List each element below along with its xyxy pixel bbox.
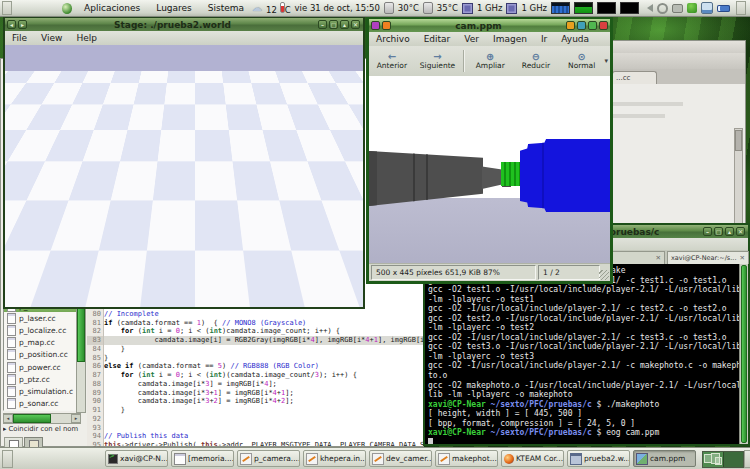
stage-window[interactable]: ◂ ▸ Stage: ./prueba2.world – ▢ ▴ ✕ File … [3, 16, 365, 309]
terminal-rollup-button[interactable]: ▴ [725, 227, 734, 236]
window-sticky-icon[interactable] [382, 21, 391, 30]
file-list-hscrollbar-thumb[interactable] [13, 414, 51, 423]
file-item[interactable]: p_position.cc [4, 349, 78, 361]
modem-tray-icon[interactable] [717, 5, 730, 12]
file-list[interactable]: p_ir.ccp_laser.ccp_localize.ccp_map.ccp_… [3, 299, 79, 411]
menu-sistema[interactable]: Sistema [200, 3, 252, 13]
cpu-freq-1[interactable]: 1 GHz [477, 3, 503, 13]
menu-lugares[interactable]: Lugares [148, 3, 200, 13]
image-viewer-window[interactable]: cam.ppm Archivo Editar Ver Imagen Ir Ayu… [366, 16, 613, 284]
menu-editar[interactable]: Editar [417, 33, 458, 45]
scroll-left-arrow-icon[interactable]: ◂ [3, 414, 13, 423]
volume-icon[interactable] [643, 4, 653, 12]
cpu-freq-2[interactable]: 1 GHz [521, 3, 547, 13]
menu-ir[interactable]: Ir [534, 33, 554, 45]
taskbar-button[interactable]: khepera.in... [303, 450, 366, 467]
file-item[interactable]: p_map.cc [4, 337, 78, 349]
taskbar-button[interactable]: KTEAM Cor... [501, 450, 564, 467]
ampliar-button[interactable]: ⊕Ampliar [467, 48, 513, 75]
menu-aplicaciones[interactable]: Aplicaciones [76, 3, 148, 13]
resize-grip[interactable] [599, 270, 609, 280]
taskbar-hide-button-right[interactable] [744, 450, 750, 468]
menu-help[interactable]: Help [69, 32, 104, 44]
anterior-button[interactable]: ←Anterior [369, 48, 415, 75]
terminal-maximize-button[interactable]: ▢ [714, 227, 723, 236]
viewer-rollup-button[interactable] [588, 21, 597, 30]
viewer-titlebar[interactable]: cam.ppm [369, 19, 610, 33]
stage-titlebar[interactable]: ◂ ▸ Stage: ./prueba2.world – ▢ ▴ ✕ [5, 18, 363, 32]
terminal-minimize-button[interactable]: – [703, 227, 712, 236]
image-canvas[interactable] [369, 76, 610, 264]
stage-window-menu-button[interactable]: ◂ [7, 20, 16, 29]
taskbar-hide-button[interactable] [2, 450, 13, 468]
workspace-1[interactable] [703, 452, 724, 467]
normal-button[interactable]: ⊙Normal [559, 48, 605, 75]
window-menu-icon[interactable] [371, 21, 380, 30]
siguiente-button[interactable]: →Siguiente [415, 48, 461, 75]
menu-ayuda[interactable]: Ayuda [554, 33, 596, 45]
menu-imagen[interactable]: Imagen [486, 33, 534, 45]
file-list-hscrollbar[interactable]: ◂ ▸ [3, 413, 81, 424]
sensor-temp-2[interactable]: 35°C [437, 3, 458, 13]
stage-maximize-button[interactable]: ▢ [329, 20, 338, 29]
panel-hide-button[interactable] [2, 1, 12, 15]
file-item[interactable]: p_simulation.c [4, 385, 78, 397]
stage-window-pin-button[interactable]: ▸ [18, 20, 27, 29]
firefox-scrollbar-thumb[interactable] [735, 130, 742, 151]
taskbar-button[interactable]: [memoria.... [171, 450, 234, 467]
menu-file[interactable]: File [5, 32, 34, 44]
file-list-vscrollbar[interactable] [76, 299, 86, 413]
terminal-scrollbar[interactable] [739, 264, 748, 444]
sensor-temp-1[interactable]: 30°C [398, 3, 419, 13]
file-item[interactable]: p_localize.cc [4, 324, 78, 336]
memory-monitor-applet[interactable] [574, 2, 593, 14]
menu-ver[interactable]: Ver [457, 33, 486, 45]
stage-3d-viewport[interactable]: 8 7 6 5 4 3 -4 -3 -2 -1 04m30,500s [0,89… [5, 45, 363, 307]
workspace-switcher[interactable] [702, 451, 744, 468]
taskbar-button[interactable]: p_camera.... [237, 450, 300, 467]
workspace-2[interactable] [724, 452, 744, 467]
distro-menu-icon[interactable] [62, 3, 72, 14]
taskbar-button[interactable]: cam.ppm [633, 450, 696, 467]
viewer-close-button[interactable] [599, 21, 608, 30]
disk-monitor-applet[interactable] [620, 2, 639, 14]
cpu-monitor-applet[interactable] [551, 2, 570, 14]
taskbar-button[interactable]: prueba2.w... [567, 450, 630, 467]
file-item[interactable]: p_laser.cc [4, 312, 78, 324]
menu-archivo[interactable]: Archivo [369, 33, 417, 45]
terminal-scrollbar-thumb[interactable] [741, 265, 747, 443]
taskbar-button[interactable]: makephot... [435, 450, 498, 467]
terminal-body[interactable]: xavi@CP-Near ~/sexto/PFC/pruebas/c $ mak… [425, 264, 748, 444]
taskbar-button[interactable]: dev_camer... [369, 450, 432, 467]
viewer-maximize-button[interactable] [577, 21, 586, 30]
update-runner-tray-icon[interactable] [687, 3, 697, 13]
menu-view[interactable]: View [34, 32, 69, 44]
weather-temp[interactable]: 12 C [266, 2, 290, 15]
stage-minimize-button[interactable]: – [318, 20, 327, 29]
screenlock-tray-icon[interactable] [672, 4, 683, 13]
terminal-tab-active[interactable]: ✕ xavi@CP-Near:~/s... [667, 251, 749, 264]
power-tray-icon[interactable] [657, 3, 668, 14]
tab-close-icon[interactable]: ✕ [740, 252, 745, 264]
reducir-button[interactable]: ⊖Reducir [513, 48, 559, 75]
net-monitor-applet[interactable] [597, 2, 616, 14]
tab-close-icon[interactable]: ✕ [656, 252, 661, 264]
browser-tab[interactable]: ...cc [612, 71, 657, 84]
file-item[interactable]: p_power.cc [4, 361, 78, 373]
viewer-minimize-button[interactable] [566, 21, 575, 30]
file-item[interactable]: p_sonar.cc [4, 398, 78, 410]
file-item[interactable]: p_ptz.cc [4, 373, 78, 385]
display-tray-icon[interactable] [701, 2, 713, 14]
panel-hide-button-right[interactable] [736, 1, 746, 15]
weather-cloud-icon[interactable]: ☁ [252, 3, 262, 13]
file-list-vscrollbar-thumb[interactable] [77, 302, 85, 362]
scroll-right-arrow-icon[interactable]: ▸ [71, 414, 81, 423]
match-filename-toggle[interactable]: ▸ Coincidir con el nom [3, 425, 85, 433]
toolbar-overflow-icon[interactable]: ▾ [605, 57, 611, 65]
taskbar-button[interactable]: xavi@CP-N... [105, 450, 168, 467]
stage-rollup-button[interactable]: ▴ [340, 20, 349, 29]
stage-close-button[interactable]: ✕ [351, 20, 360, 29]
clock-applet[interactable]: vie 31 de oct, 15:50 [295, 3, 380, 13]
bottom-taskbar: xavi@CP-N...[memoria....p_camera....khep… [0, 447, 750, 469]
terminal-close-button[interactable]: ✕ [736, 227, 745, 236]
